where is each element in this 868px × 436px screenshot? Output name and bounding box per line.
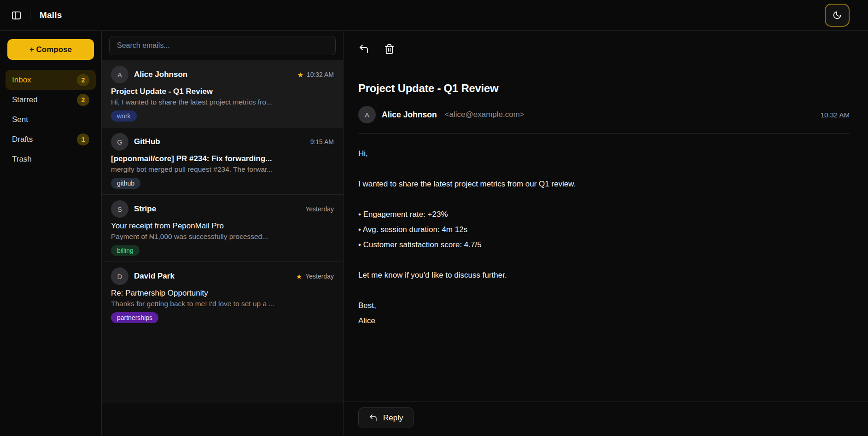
email-sender: Alice Johnson bbox=[134, 70, 291, 79]
unread-count-badge: 2 bbox=[77, 94, 89, 106]
email-time: Yesterday bbox=[305, 273, 334, 280]
email-sender: GitHub bbox=[134, 137, 305, 146]
email-tag: github bbox=[111, 178, 140, 189]
email-list-item[interactable]: G GitHub 9:15 AM [peponmail/core] PR #23… bbox=[102, 128, 343, 195]
sidebar-item-label: Starred bbox=[12, 95, 77, 105]
email-list-pane: A Alice Johnson ★ 10:32 AM Project Updat… bbox=[101, 31, 343, 436]
theme-toggle-button[interactable] bbox=[825, 4, 850, 27]
detail-time: 10:32 AM bbox=[821, 111, 850, 119]
email-list: A Alice Johnson ★ 10:32 AM Project Updat… bbox=[102, 60, 343, 403]
sidebar-item-drafts[interactable]: Drafts 1 bbox=[6, 129, 96, 149]
email-detail-pane: Project Update - Q1 Review A Alice Johns… bbox=[343, 31, 868, 436]
sidebar-item-sent[interactable]: Sent bbox=[6, 110, 96, 129]
email-preview: Thanks for getting back to me! I'd love … bbox=[111, 300, 334, 308]
sidebar-item-label: Trash bbox=[12, 155, 89, 164]
sidebar-nav: Inbox 2 Starred 2 Sent Drafts 1 Trash bbox=[0, 70, 101, 169]
reply-label: Reply bbox=[383, 413, 403, 423]
avatar: A bbox=[111, 66, 128, 83]
reply-arrow-icon bbox=[369, 413, 378, 422]
sidebar-item-label: Inbox bbox=[12, 76, 77, 85]
sidebar-item-starred[interactable]: Starred 2 bbox=[6, 90, 96, 110]
sidebar: + Compose Inbox 2 Starred 2 Sent Drafts … bbox=[0, 31, 101, 436]
sender-row: A Alice Johnson <alice@example.com> 10:3… bbox=[358, 106, 850, 123]
star-icon: ★ bbox=[297, 71, 303, 78]
back-arrow-icon bbox=[358, 43, 369, 54]
email-time: 10:32 AM bbox=[307, 71, 334, 78]
email-body: Hi, I wanted to share the latest project… bbox=[358, 146, 850, 328]
email-subject: Re: Partnership Opportunity bbox=[111, 289, 334, 298]
email-subject: Your receipt from PeponMail Pro bbox=[111, 221, 334, 231]
email-tag: billing bbox=[111, 245, 140, 256]
email-list-item[interactable]: A Alice Johnson ★ 10:32 AM Project Updat… bbox=[102, 60, 343, 128]
star-icon: ★ bbox=[296, 273, 302, 280]
email-preview: mergify bot merged pull request #234. Th… bbox=[111, 165, 334, 174]
sidebar-item-trash[interactable]: Trash bbox=[6, 149, 96, 169]
email-time: 9:15 AM bbox=[310, 138, 334, 145]
sidebar-item-label: Drafts bbox=[12, 135, 77, 144]
moon-icon bbox=[833, 11, 842, 20]
email-preview: Payment of ₦1,000 was successfully proce… bbox=[111, 233, 334, 241]
email-preview: Hi, I wanted to share the latest project… bbox=[111, 98, 334, 106]
sender-email: <alice@example.com> bbox=[445, 110, 524, 119]
unread-count-badge: 2 bbox=[77, 74, 89, 86]
email-sender: David Park bbox=[134, 272, 291, 281]
email-tag: partnerships bbox=[111, 312, 158, 323]
email-sender: Stripe bbox=[134, 204, 300, 214]
avatar: D bbox=[111, 267, 128, 285]
back-button[interactable] bbox=[358, 43, 369, 54]
search-bar bbox=[102, 31, 343, 60]
avatar: G bbox=[111, 133, 128, 151]
email-time: Yesterday bbox=[305, 205, 334, 213]
email-subject: Project Update - Q1 Review bbox=[111, 87, 334, 96]
app-header: Mails bbox=[0, 0, 868, 31]
unread-count-badge: 1 bbox=[77, 134, 89, 145]
detail-divider bbox=[358, 134, 850, 134]
email-subject: [peponmail/core] PR #234: Fix forwarding… bbox=[111, 154, 334, 163]
search-input[interactable] bbox=[109, 36, 336, 55]
compose-button[interactable]: + Compose bbox=[7, 39, 94, 60]
sender-name: Alice Johnson bbox=[382, 110, 437, 120]
detail-footer: Reply bbox=[344, 401, 868, 436]
sidebar-toggle-button[interactable] bbox=[11, 10, 22, 21]
email-tag: work bbox=[111, 110, 137, 122]
header-divider bbox=[30, 10, 30, 20]
sidebar-item-inbox[interactable]: Inbox 2 bbox=[6, 70, 96, 90]
trash-icon bbox=[384, 44, 395, 54]
detail-toolbar bbox=[344, 31, 868, 67]
detail-content: Project Update - Q1 Review A Alice Johns… bbox=[344, 67, 868, 401]
reply-button[interactable]: Reply bbox=[358, 407, 414, 428]
panel-left-icon bbox=[11, 10, 22, 21]
delete-button[interactable] bbox=[384, 44, 395, 54]
page-title: Mails bbox=[40, 10, 62, 20]
email-list-item[interactable]: D David Park ★ Yesterday Re: Partnership… bbox=[102, 262, 343, 329]
avatar: S bbox=[111, 200, 128, 218]
sidebar-item-label: Sent bbox=[12, 115, 89, 124]
avatar: A bbox=[358, 106, 376, 123]
detail-subject: Project Update - Q1 Review bbox=[358, 82, 850, 95]
email-list-item[interactable]: S Stripe Yesterday Your receipt from Pep… bbox=[102, 195, 343, 262]
